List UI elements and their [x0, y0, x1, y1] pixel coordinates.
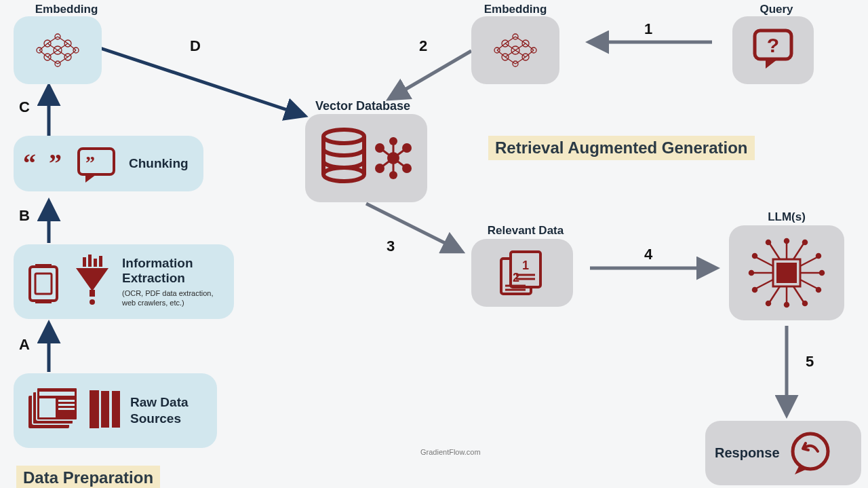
svg-rect-42	[94, 259, 97, 267]
svg-text:“: “	[23, 149, 36, 177]
step-2: 2	[419, 37, 427, 55]
svg-rect-37	[35, 301, 52, 303]
svg-point-122	[820, 271, 824, 275]
svg-line-6	[366, 204, 461, 251]
svg-rect-48	[39, 398, 56, 417]
svg-rect-41	[88, 255, 92, 267]
svg-point-112	[766, 301, 770, 305]
svg-text:”: ”	[85, 152, 95, 173]
query-node: ?	[732, 16, 814, 84]
svg-rect-34	[30, 267, 57, 301]
svg-line-113	[793, 286, 804, 302]
svg-line-125	[800, 280, 817, 288]
svg-line-119	[756, 280, 773, 288]
network-icon	[485, 26, 546, 74]
svg-text:?: ?	[767, 34, 779, 56]
query-label: Query	[736, 3, 817, 16]
svg-point-126	[816, 288, 821, 292]
svg-rect-35	[35, 274, 52, 294]
svg-text:1: 1	[522, 259, 529, 272]
raw-sources-node: Raw Data Sources	[14, 373, 217, 448]
step-4: 4	[644, 246, 652, 263]
network-icon	[27, 26, 88, 74]
question-icon: ?	[749, 26, 797, 74]
step-B: B	[19, 207, 30, 225]
relevant-data-label: Relevant Data	[475, 224, 576, 238]
raw-sources-label: Raw Data Sources	[130, 394, 208, 427]
svg-point-114	[803, 301, 807, 305]
llm-node	[729, 225, 844, 320]
svg-rect-32	[79, 149, 114, 174]
svg-rect-101	[776, 263, 797, 283]
embedding-right-label: Embedding	[475, 3, 556, 16]
documents-icon	[23, 383, 125, 438]
svg-rect-51	[58, 408, 75, 410]
pages-icon: 1 2	[492, 248, 553, 299]
svg-rect-54	[111, 390, 121, 428]
svg-rect-40	[83, 257, 86, 267]
svg-line-107	[793, 244, 804, 259]
svg-point-124	[816, 254, 821, 258]
info-extract-label: Information Extraction	[122, 256, 193, 285]
section-data-prep: Data Preparation	[16, 466, 160, 488]
svg-line-123	[800, 257, 817, 266]
llm-label: LLM(s)	[749, 210, 824, 224]
embedding-left-label: Embedding	[26, 3, 107, 16]
svg-point-116	[749, 271, 753, 275]
svg-line-5	[390, 51, 471, 98]
step-3: 3	[387, 238, 395, 255]
step-A: A	[19, 336, 30, 354]
svg-rect-53	[100, 390, 110, 428]
section-rag: Retrieval Augmented Generation	[488, 136, 755, 160]
svg-rect-43	[99, 256, 102, 267]
svg-point-118	[753, 254, 757, 258]
svg-point-108	[803, 240, 807, 244]
vector-db-label: Vector Database	[305, 99, 420, 113]
svg-rect-36	[35, 264, 52, 267]
info-extract-sublabel: (OCR, PDF data extraction, web crawlers,…	[122, 288, 224, 308]
reply-icon	[787, 430, 834, 477]
chunking-label: Chunking	[129, 156, 189, 171]
svg-point-106	[766, 240, 770, 244]
svg-line-111	[770, 286, 780, 302]
svg-text:2: 2	[513, 271, 519, 284]
svg-rect-52	[90, 390, 99, 428]
svg-point-39	[90, 299, 95, 305]
info-extract-node: Information Extraction (OCR, PDF data ex…	[14, 244, 234, 319]
embedding-left-node	[14, 16, 102, 84]
svg-point-55	[323, 130, 364, 143]
vector-db-node	[305, 114, 427, 202]
step-D: D	[190, 37, 201, 55]
chunking-node: “ ” ” Chunking	[14, 136, 203, 191]
svg-point-104	[785, 239, 789, 243]
embedding-right-node	[471, 16, 559, 84]
quote-icon: “ ” ”	[23, 143, 125, 184]
svg-rect-49	[58, 400, 75, 402]
response-node: Response	[705, 421, 861, 485]
response-label: Response	[715, 445, 780, 461]
svg-line-3	[98, 48, 304, 115]
svg-point-110	[785, 303, 789, 307]
database-vector-icon	[315, 124, 417, 192]
credit-text: GradientFlow.com	[420, 448, 481, 456]
relevant-data-node: 1 2	[471, 239, 573, 307]
step-C: C	[19, 98, 30, 116]
svg-point-127	[793, 434, 828, 469]
step-5: 5	[806, 353, 814, 371]
svg-line-117	[756, 257, 773, 266]
svg-point-120	[753, 288, 757, 292]
step-1: 1	[644, 20, 652, 38]
chip-icon	[743, 236, 831, 310]
extraction-icon	[23, 255, 118, 309]
svg-line-105	[770, 244, 780, 259]
svg-text:”: ”	[49, 149, 62, 177]
svg-rect-50	[58, 404, 75, 406]
svg-rect-47	[39, 392, 75, 396]
svg-rect-38	[90, 290, 95, 297]
